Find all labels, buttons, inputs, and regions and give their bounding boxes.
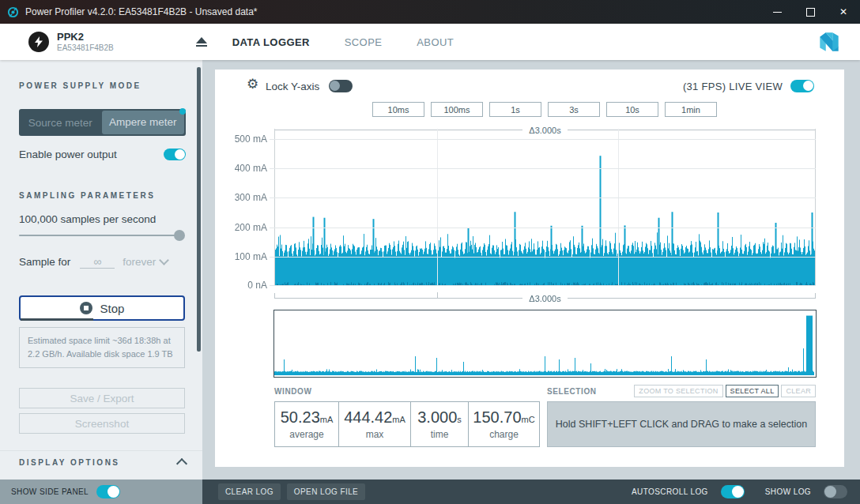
y-tick-500ma: 500 mA [218, 134, 267, 145]
zoom-to-selection-button[interactable]: ZOOM TO SELECTION [634, 385, 722, 397]
show-side-panel-label: SHOW SIDE PANEL [11, 487, 89, 496]
autoscroll-log-label: AUTOSCROLL LOG [632, 487, 708, 496]
selection-buttons: ZOOM TO SELECTION SELECT ALL CLEAR [634, 385, 816, 397]
y-tick-300ma: 300 mA [218, 192, 267, 203]
minimize-icon [773, 12, 782, 13]
y-tick-100ma: 100 mA [218, 251, 267, 262]
device-meta[interactable]: PPK2 EA53481F4B2B [57, 32, 114, 51]
stat-time: 3.000s time [410, 401, 469, 447]
save-export-button[interactable]: Save / Export [19, 388, 185, 408]
chevron-down-icon [159, 255, 169, 265]
minimap-span-label: Δ3.000s [529, 294, 560, 303]
autoscroll-log-toggle[interactable] [721, 485, 745, 498]
log-bar: CLEAR LOG OPEN LOG FILE AUTOSCROLL LOG S… [202, 480, 860, 504]
gear-icon[interactable]: ⚙ [247, 76, 258, 92]
live-view-toggle[interactable] [790, 80, 814, 92]
select-all-button[interactable]: SELECT ALL [726, 385, 779, 397]
tab-data-logger[interactable]: DATA LOGGER [232, 36, 310, 48]
device-serial: EA53481F4B2B [57, 43, 114, 52]
current-waveform-canvas [274, 129, 816, 286]
tab-scope[interactable]: SCOPE [345, 36, 383, 48]
sample-for-row: Sample for∞forever [19, 254, 168, 269]
window-100ms-button[interactable]: 100ms [431, 102, 483, 117]
window-title: Power Profiler v4.2.0: EA53481F4B2B - Un… [25, 6, 258, 17]
lock-y-axis-toggle[interactable] [329, 80, 353, 92]
slider-knob[interactable] [174, 230, 185, 241]
lock-y-axis-label: Lock Y-axis [266, 81, 319, 92]
show-side-panel-toggle[interactable] [96, 485, 120, 498]
device-icon [28, 32, 49, 52]
enable-power-output-row: Enable power output [19, 149, 186, 160]
window-10ms-button[interactable]: 10ms [372, 102, 424, 117]
app-icon [7, 6, 19, 18]
clear-selection-button[interactable]: CLEAR [781, 385, 816, 397]
duration-unit-select[interactable]: forever [123, 256, 168, 268]
divider [0, 450, 202, 451]
stop-button[interactable]: Stop [19, 295, 185, 321]
navbar: PPK2 EA53481F4B2B DATA LOGGER SCOPE ABOU… [0, 24, 860, 60]
sample-duration-input[interactable]: ∞ [80, 255, 115, 269]
sidebar-scrollbar[interactable] [197, 67, 201, 352]
main-tabs: DATA LOGGER SCOPE ABOUT [232, 36, 454, 48]
lightning-bolt-icon [34, 36, 43, 47]
window-3s-button[interactable]: 3s [548, 102, 600, 117]
live-view-label: (31 FPS) LIVE VIEW [683, 81, 783, 92]
window-1min-button[interactable]: 1min [665, 102, 717, 117]
source-meter-option[interactable]: Source meter [19, 117, 102, 129]
power-supply-mode-header: POWER SUPPLY MODE [19, 81, 141, 90]
show-log-label: SHOW LOG [765, 487, 811, 496]
window-10s-button[interactable]: 10s [606, 102, 658, 117]
enable-power-output-label: Enable power output [19, 149, 117, 160]
power-supply-mode-toggle: Source meter Ampere meter [19, 109, 186, 136]
enable-power-output-toggle[interactable] [164, 149, 186, 160]
stop-button-wrap: Stop [19, 295, 185, 321]
bottombar: SHOW SIDE PANEL CLEAR LOG OPEN LOG FILE … [0, 480, 860, 504]
maximize-button[interactable] [794, 0, 827, 24]
stop-icon [80, 302, 92, 314]
display-options-row[interactable]: DISPLAY OPTIONS [19, 457, 186, 468]
sampling-progress-bar [21, 318, 93, 321]
tab-about[interactable]: ABOUT [417, 36, 454, 48]
screenshot-button[interactable]: Screenshot [19, 413, 185, 434]
y-tick-200ma: 200 mA [218, 222, 267, 233]
stat-average: 50.23mA average [274, 401, 339, 447]
stat-max: 444.42mA max [338, 401, 411, 447]
selection-section-label: SELECTION [547, 387, 597, 396]
titlebar: Power Profiler v4.2.0: EA53481F4B2B - Un… [0, 0, 860, 24]
window-section-label: WINDOW [274, 387, 311, 396]
close-icon: ✕ [839, 6, 847, 17]
nordic-logo [816, 28, 843, 55]
y-tick-400ma: 400 mA [218, 163, 267, 174]
show-log-toggle[interactable] [824, 485, 847, 498]
main-chart-plot[interactable] [274, 129, 816, 286]
minimap-canvas [274, 310, 814, 375]
minimize-button[interactable] [760, 0, 794, 24]
chart-card: ⚙ Lock Y-axis (31 FPS) LIVE VIEW 10ms 10… [215, 70, 844, 467]
close-button[interactable]: ✕ [827, 0, 860, 24]
sample-rate-slider[interactable] [19, 235, 183, 236]
device-name: PPK2 [57, 32, 114, 43]
session-minimap[interactable] [273, 310, 817, 378]
active-mode-dot [179, 108, 186, 115]
live-view-row: (31 FPS) LIVE VIEW [683, 80, 814, 92]
lock-y-axis-row: Lock Y-axis [266, 80, 353, 92]
y-tick-0na: 0 nA [218, 280, 267, 291]
sidebar: POWER SUPPLY MODE Source meter Ampere me… [0, 60, 202, 480]
eject-device-button[interactable] [196, 37, 207, 47]
side-panel-bar: SHOW SIDE PANEL [0, 480, 202, 504]
display-options-header: DISPLAY OPTIONS [19, 458, 120, 467]
sample-for-label: Sample for [19, 256, 70, 268]
window-stats: 50.23mA average 444.42mA max 3.000s time… [274, 401, 540, 447]
disk-space-info: Estimated space limit ~36d 18:38h at 2.2… [19, 327, 185, 368]
minimap-span-annotation: Δ3.000s [274, 293, 816, 303]
eject-icon [196, 37, 207, 43]
stat-charge: 150.70mC charge [468, 401, 540, 447]
ampere-meter-option[interactable]: Ampere meter [102, 111, 185, 134]
app-window: Power Profiler v4.2.0: EA53481F4B2B - Un… [0, 0, 860, 504]
open-log-file-button[interactable]: OPEN LOG FILE [287, 483, 365, 500]
window-1s-button[interactable]: 1s [489, 102, 541, 117]
selection-hint-box: Hold SHIFT+LEFT CLICK and DRAG to make a… [547, 401, 816, 447]
sampling-parameters-header: SAMPLING PARAMETERS [19, 191, 155, 200]
maximize-icon [806, 8, 815, 17]
clear-log-button[interactable]: CLEAR LOG [218, 483, 281, 500]
